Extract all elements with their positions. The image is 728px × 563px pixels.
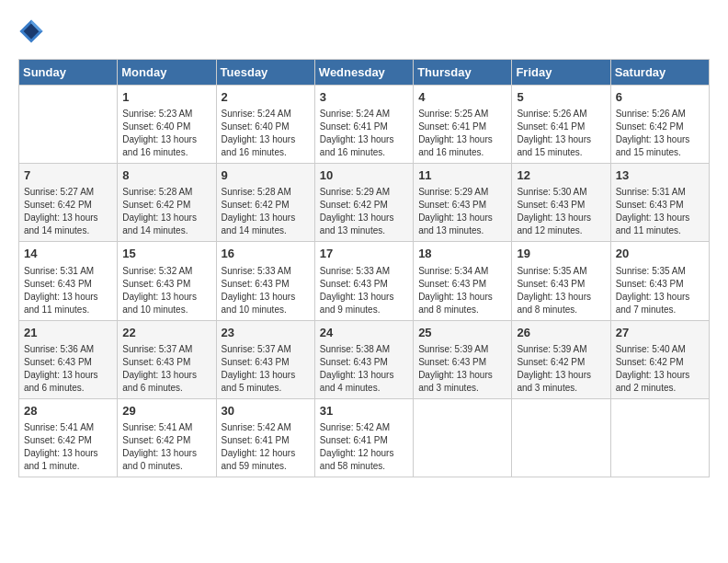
day-info: Sunrise: 5:37 AM Sunset: 6:43 PM Dayligh… (222, 343, 310, 395)
day-number: 13 (616, 167, 704, 184)
day-number: 29 (122, 403, 210, 419)
day-number: 24 (320, 325, 408, 341)
day-number: 20 (616, 246, 704, 262)
day-info: Sunrise: 5:31 AM Sunset: 6:43 PM Dayligh… (24, 265, 112, 316)
calendar-cell: 10Sunrise: 5:29 AM Sunset: 6:42 PM Dayli… (314, 164, 413, 242)
day-number: 2 (222, 89, 310, 106)
calendar-cell: 19Sunrise: 5:35 AM Sunset: 6:43 PM Dayli… (512, 242, 610, 320)
day-number: 23 (222, 325, 310, 341)
day-info: Sunrise: 5:27 AM Sunset: 6:42 PM Dayligh… (24, 186, 112, 237)
day-info: Sunrise: 5:29 AM Sunset: 6:42 PM Dayligh… (320, 186, 408, 237)
day-number: 15 (122, 246, 210, 262)
day-number: 5 (517, 89, 605, 106)
calendar-cell: 24Sunrise: 5:38 AM Sunset: 6:43 PM Dayli… (314, 320, 413, 398)
day-number: 1 (122, 89, 210, 106)
logo (18, 18, 48, 44)
day-info: Sunrise: 5:38 AM Sunset: 6:43 PM Dayligh… (320, 343, 408, 395)
day-info: Sunrise: 5:41 AM Sunset: 6:42 PM Dayligh… (24, 421, 112, 473)
day-number: 30 (222, 403, 310, 419)
day-number: 22 (122, 325, 210, 341)
day-info: Sunrise: 5:33 AM Sunset: 6:43 PM Dayligh… (222, 265, 310, 316)
calendar-cell: 5Sunrise: 5:26 AM Sunset: 6:41 PM Daylig… (512, 86, 610, 164)
day-number: 17 (320, 246, 408, 262)
calendar-week-4: 21Sunrise: 5:36 AM Sunset: 6:43 PM Dayli… (19, 320, 710, 398)
calendar-cell: 8Sunrise: 5:28 AM Sunset: 6:42 PM Daylig… (118, 164, 216, 242)
header-saturday: Saturday (610, 60, 709, 86)
calendar-week-3: 14Sunrise: 5:31 AM Sunset: 6:43 PM Dayli… (19, 242, 710, 320)
day-info: Sunrise: 5:23 AM Sunset: 6:40 PM Dayligh… (122, 108, 210, 159)
day-number: 28 (24, 403, 112, 419)
day-number: 16 (222, 246, 310, 262)
day-number: 21 (24, 325, 112, 341)
calendar-cell (512, 398, 610, 477)
calendar-cell: 7Sunrise: 5:27 AM Sunset: 6:42 PM Daylig… (19, 164, 118, 242)
calendar-header-row: SundayMondayTuesdayWednesdayThursdayFrid… (19, 60, 710, 86)
day-number: 7 (24, 167, 112, 184)
calendar-table: SundayMondayTuesdayWednesdayThursdayFrid… (18, 59, 710, 477)
calendar-cell (610, 398, 709, 477)
calendar-cell: 2Sunrise: 5:24 AM Sunset: 6:40 PM Daylig… (216, 86, 314, 164)
calendar-week-5: 28Sunrise: 5:41 AM Sunset: 6:42 PM Dayli… (19, 398, 710, 477)
day-info: Sunrise: 5:28 AM Sunset: 6:42 PM Dayligh… (122, 186, 210, 237)
day-info: Sunrise: 5:33 AM Sunset: 6:43 PM Dayligh… (320, 265, 408, 316)
day-number: 12 (517, 167, 605, 184)
calendar-cell: 17Sunrise: 5:33 AM Sunset: 6:43 PM Dayli… (314, 242, 413, 320)
calendar-cell: 13Sunrise: 5:31 AM Sunset: 6:43 PM Dayli… (610, 164, 709, 242)
day-info: Sunrise: 5:31 AM Sunset: 6:43 PM Dayligh… (616, 186, 704, 237)
calendar-cell: 12Sunrise: 5:30 AM Sunset: 6:43 PM Dayli… (512, 164, 610, 242)
calendar-cell: 25Sunrise: 5:39 AM Sunset: 6:43 PM Dayli… (414, 320, 512, 398)
calendar-cell: 14Sunrise: 5:31 AM Sunset: 6:43 PM Dayli… (19, 242, 118, 320)
day-number: 8 (122, 167, 210, 184)
calendar-week-2: 7Sunrise: 5:27 AM Sunset: 6:42 PM Daylig… (19, 164, 710, 242)
day-info: Sunrise: 5:34 AM Sunset: 6:43 PM Dayligh… (418, 265, 506, 316)
calendar-cell: 15Sunrise: 5:32 AM Sunset: 6:43 PM Dayli… (118, 242, 216, 320)
day-number: 9 (222, 167, 310, 184)
calendar-cell: 28Sunrise: 5:41 AM Sunset: 6:42 PM Dayli… (19, 398, 118, 477)
day-info: Sunrise: 5:39 AM Sunset: 6:42 PM Dayligh… (517, 343, 605, 395)
day-number: 4 (418, 89, 506, 106)
header-wednesday: Wednesday (314, 60, 413, 86)
day-info: Sunrise: 5:42 AM Sunset: 6:41 PM Dayligh… (222, 421, 310, 473)
day-info: Sunrise: 5:32 AM Sunset: 6:43 PM Dayligh… (122, 265, 210, 316)
calendar-week-1: 1Sunrise: 5:23 AM Sunset: 6:40 PM Daylig… (19, 86, 710, 164)
day-info: Sunrise: 5:37 AM Sunset: 6:43 PM Dayligh… (122, 343, 210, 395)
day-info: Sunrise: 5:39 AM Sunset: 6:43 PM Dayligh… (418, 343, 506, 395)
calendar-cell: 1Sunrise: 5:23 AM Sunset: 6:40 PM Daylig… (118, 86, 216, 164)
day-info: Sunrise: 5:24 AM Sunset: 6:40 PM Dayligh… (222, 108, 310, 159)
day-number: 10 (320, 167, 408, 184)
calendar-cell (19, 86, 118, 164)
day-info: Sunrise: 5:41 AM Sunset: 6:42 PM Dayligh… (122, 421, 210, 473)
day-info: Sunrise: 5:42 AM Sunset: 6:41 PM Dayligh… (320, 421, 408, 473)
day-number: 31 (320, 403, 408, 419)
calendar-cell: 21Sunrise: 5:36 AM Sunset: 6:43 PM Dayli… (19, 320, 118, 398)
header-tuesday: Tuesday (216, 60, 314, 86)
header-monday: Monday (118, 60, 216, 86)
calendar-cell: 29Sunrise: 5:41 AM Sunset: 6:42 PM Dayli… (118, 398, 216, 477)
calendar-cell: 4Sunrise: 5:25 AM Sunset: 6:41 PM Daylig… (414, 86, 512, 164)
calendar-cell: 23Sunrise: 5:37 AM Sunset: 6:43 PM Dayli… (216, 320, 314, 398)
day-number: 18 (418, 246, 506, 262)
day-number: 19 (517, 246, 605, 262)
day-number: 27 (616, 325, 704, 341)
calendar-cell: 27Sunrise: 5:40 AM Sunset: 6:42 PM Dayli… (610, 320, 709, 398)
day-info: Sunrise: 5:28 AM Sunset: 6:42 PM Dayligh… (222, 186, 310, 237)
day-info: Sunrise: 5:29 AM Sunset: 6:43 PM Dayligh… (418, 186, 506, 237)
calendar-cell: 22Sunrise: 5:37 AM Sunset: 6:43 PM Dayli… (118, 320, 216, 398)
day-number: 26 (517, 325, 605, 341)
day-number: 6 (616, 89, 704, 106)
logo-icon (18, 18, 44, 44)
page-header (18, 18, 710, 44)
calendar-cell: 30Sunrise: 5:42 AM Sunset: 6:41 PM Dayli… (216, 398, 314, 477)
day-number: 14 (24, 246, 112, 262)
day-info: Sunrise: 5:26 AM Sunset: 6:42 PM Dayligh… (616, 108, 704, 159)
header-friday: Friday (512, 60, 610, 86)
calendar-cell: 20Sunrise: 5:35 AM Sunset: 6:43 PM Dayli… (610, 242, 709, 320)
calendar-cell: 9Sunrise: 5:28 AM Sunset: 6:42 PM Daylig… (216, 164, 314, 242)
day-number: 11 (418, 167, 506, 184)
calendar-cell: 16Sunrise: 5:33 AM Sunset: 6:43 PM Dayli… (216, 242, 314, 320)
calendar-cell (414, 398, 512, 477)
day-info: Sunrise: 5:30 AM Sunset: 6:43 PM Dayligh… (517, 186, 605, 237)
calendar-cell: 6Sunrise: 5:26 AM Sunset: 6:42 PM Daylig… (610, 86, 709, 164)
calendar-cell: 18Sunrise: 5:34 AM Sunset: 6:43 PM Dayli… (414, 242, 512, 320)
calendar-cell: 11Sunrise: 5:29 AM Sunset: 6:43 PM Dayli… (414, 164, 512, 242)
